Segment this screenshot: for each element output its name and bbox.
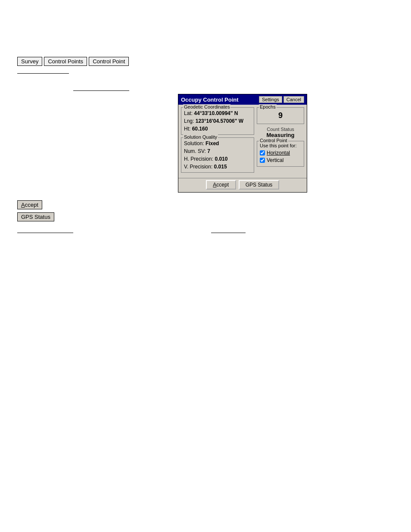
geodetic-section: Geodetic Coordinates Lat: 44°33'10.00994… xyxy=(181,107,254,135)
underline-2 xyxy=(73,90,129,91)
epochs-value: 9 xyxy=(260,109,301,122)
underline-3 xyxy=(17,233,73,233)
horizontal-checkbox-row: Horizontal xyxy=(260,150,301,156)
use-point-label: Use this point for: xyxy=(260,143,301,148)
occupy-control-point-dialog: Occupy Control Point Settings Cancel Geo… xyxy=(178,94,307,193)
breadcrumb-control-points[interactable]: Control Points xyxy=(44,57,87,66)
control-point-legend: Control Point xyxy=(259,138,288,143)
v-precision-value: 0.015 xyxy=(214,164,227,170)
dialog-right-column: Epochs 9 Count Status Measuring Control … xyxy=(257,107,304,175)
dialog-accept-button[interactable]: Accept xyxy=(206,180,236,190)
solution-label: Solution: xyxy=(184,140,204,146)
bottom-gps-status-button[interactable]: GPS Status xyxy=(17,212,54,221)
count-status-label: Count Status xyxy=(257,127,304,132)
horizontal-label: Horizontal xyxy=(267,150,290,156)
dialog-header-buttons: Settings Cancel xyxy=(259,96,304,103)
underline-4 xyxy=(211,233,246,233)
solution-legend: Solution Quality xyxy=(183,134,218,140)
geodetic-legend: Geodetic Coordinates xyxy=(183,104,230,109)
lng-row: Lng: 123°16'04.57006" W xyxy=(184,117,251,125)
epochs-legend: Epochs xyxy=(259,104,277,109)
ht-value: 60.160 xyxy=(192,126,208,132)
breadcrumb-survey[interactable]: Survey xyxy=(17,57,42,66)
horizontal-checkbox[interactable] xyxy=(260,150,265,156)
lat-row: Lat: 44°33'10.00994" N xyxy=(184,109,251,117)
underline-1 xyxy=(17,73,69,74)
epochs-section: Epochs 9 xyxy=(257,107,304,124)
dialog-footer: Accept GPS Status xyxy=(178,178,307,192)
lng-value: 123°16'04.57006" W xyxy=(196,118,243,124)
ht-label: Ht: xyxy=(184,126,190,132)
num-sv-value: 7 xyxy=(207,148,210,154)
v-precision-label: V. Precision: xyxy=(184,164,212,170)
num-sv-label: Num. SV: xyxy=(184,148,206,154)
dialog-gps-status-button[interactable]: GPS Status xyxy=(239,180,280,190)
h-precision-label: H. Precision: xyxy=(184,156,213,162)
ht-row: Ht: 60.160 xyxy=(184,125,251,133)
h-precision-row: H. Precision: 0.010 xyxy=(184,155,251,163)
solution-section: Solution Quality Solution: Fixed Num. SV… xyxy=(181,137,254,173)
h-precision-value: 0.010 xyxy=(215,156,227,162)
cancel-button[interactable]: Cancel xyxy=(283,96,304,103)
control-point-section: Control Point Use this point for: Horizo… xyxy=(257,141,304,167)
solution-row: Solution: Fixed xyxy=(184,140,251,147)
dialog-title: Occupy Control Point xyxy=(181,96,239,103)
count-status-value: Measuring xyxy=(257,132,304,138)
vertical-checkbox[interactable] xyxy=(260,158,265,163)
count-status-area: Count Status Measuring xyxy=(257,127,304,138)
vertical-checkbox-row: Vertical xyxy=(260,157,301,163)
lat-label: Lat: xyxy=(184,110,193,116)
breadcrumb-control-point[interactable]: Control Point xyxy=(89,57,129,66)
dialog-body: Geodetic Coordinates Lat: 44°33'10.00994… xyxy=(178,105,307,178)
bottom-accept-button[interactable]: Accept xyxy=(17,200,42,209)
vertical-label: Vertical xyxy=(267,157,283,163)
settings-button[interactable]: Settings xyxy=(259,96,282,103)
v-precision-row: V. Precision: 0.015 xyxy=(184,163,251,171)
num-sv-row: Num. SV: 7 xyxy=(184,147,251,155)
breadcrumb: Survey Control Points Control Point xyxy=(17,57,129,66)
dialog-left-column: Geodetic Coordinates Lat: 44°33'10.00994… xyxy=(181,107,254,175)
lat-value: 44°33'10.00994" N xyxy=(194,110,238,116)
solution-value: Fixed xyxy=(206,140,219,146)
lng-label: Lng: xyxy=(184,118,194,124)
dialog-header: Occupy Control Point Settings Cancel xyxy=(178,94,307,105)
